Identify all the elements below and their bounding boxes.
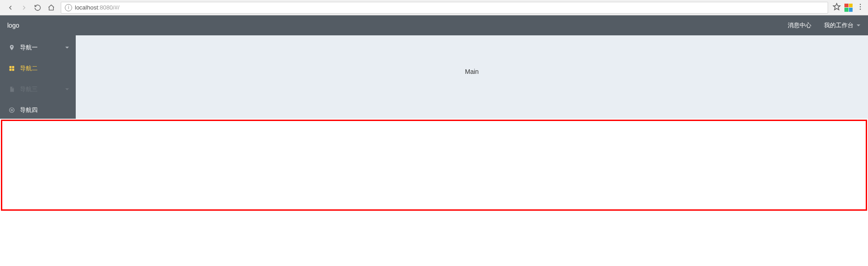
document-icon: [8, 86, 15, 93]
svg-rect-5: [12, 66, 15, 68]
svg-point-1: [860, 4, 861, 5]
svg-rect-7: [12, 69, 15, 71]
sidebar-item-label: 导航三: [20, 85, 38, 93]
svg-marker-0: [834, 4, 840, 10]
bookmark-icon[interactable]: [833, 3, 841, 12]
svg-rect-4: [10, 66, 12, 68]
chevron-down-icon: [65, 45, 69, 50]
menu-grid-icon: [8, 65, 15, 72]
header-link-label: 消息中心: [788, 21, 811, 29]
svg-point-2: [860, 6, 861, 7]
sidebar-item-label: 导航二: [20, 64, 38, 73]
svg-point-8: [11, 109, 13, 111]
svg-point-9: [10, 108, 15, 113]
sidebar: 导航一 导航二 导航三 导航四: [0, 35, 76, 119]
reload-button[interactable]: [31, 1, 44, 15]
logo[interactable]: logo: [7, 22, 19, 29]
chevron-down-icon: [65, 87, 69, 92]
browser-toolbar: i localhost:8080/#/: [0, 0, 868, 15]
main-text: Main: [465, 68, 478, 119]
menu-icon[interactable]: [856, 3, 864, 12]
annotation-box: [1, 120, 867, 211]
forward-button[interactable]: [17, 1, 31, 15]
sidebar-item-nav3[interactable]: 导航三: [0, 79, 76, 100]
app-header: logo 消息中心 我的工作台: [0, 15, 868, 35]
sidebar-item-nav2[interactable]: 导航二: [0, 58, 76, 79]
sidebar-item-label: 导航四: [20, 106, 38, 114]
main-content: Main: [76, 35, 868, 119]
header-link-messages[interactable]: 消息中心: [788, 21, 811, 29]
header-link-label: 我的工作台: [824, 21, 853, 29]
sidebar-item-nav4[interactable]: 导航四: [0, 100, 76, 121]
site-info-icon[interactable]: i: [65, 4, 72, 11]
svg-point-3: [860, 9, 861, 10]
svg-rect-6: [10, 69, 12, 71]
address-bar[interactable]: i localhost:8080/#/: [61, 2, 828, 14]
home-button[interactable]: [44, 1, 58, 15]
url-path: /#/: [113, 4, 119, 11]
url-host: localhost: [75, 4, 98, 11]
location-icon: [8, 44, 15, 51]
app-body: 导航一 导航二 导航三 导航四 Main: [0, 35, 868, 119]
back-button[interactable]: [4, 1, 17, 15]
chevron-down-icon: [856, 23, 861, 28]
header-link-workspace[interactable]: 我的工作台: [824, 21, 861, 29]
setting-icon: [8, 106, 15, 114]
sidebar-item-label: 导航一: [20, 44, 38, 52]
url-port: :8080: [98, 4, 113, 11]
extension-icon[interactable]: [844, 4, 853, 12]
sidebar-item-nav1[interactable]: 导航一: [0, 37, 76, 58]
